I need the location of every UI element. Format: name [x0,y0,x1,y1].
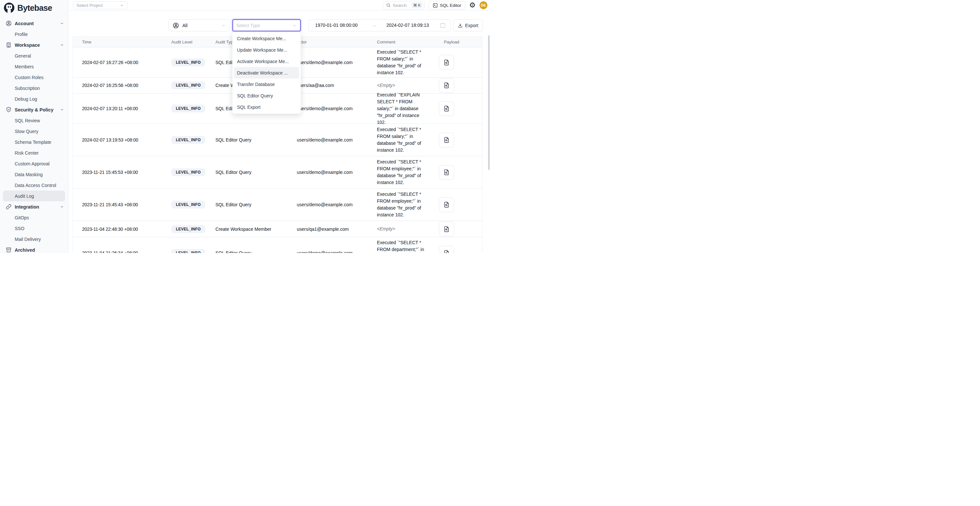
sidebar-item-data-access-control[interactable]: Data Access Control [0,180,68,191]
sidebar-item-custom-roles[interactable]: Custom Roles [0,72,68,83]
sidebar-section-workspace[interactable]: Workspace [0,40,68,50]
bytebase-logo[interactable]: Bytebase [0,0,68,13]
audit-type-select[interactable] [232,19,301,31]
view-payload-button[interactable] [439,55,454,70]
arrow-right-icon: → [372,20,377,31]
sidebar-item-custom-approval[interactable]: Custom Approval [0,158,68,169]
actor-filter-value: All [182,23,218,28]
view-payload-button[interactable] [439,165,454,180]
export-button[interactable]: Export [453,19,483,31]
file-search-icon [443,82,450,89]
user-avatar[interactable]: DE [480,1,487,9]
calendar-icon [440,22,446,29]
cell-time: 2023-11-04 22:48:30 +08:00 [73,226,162,232]
chevron-down-icon [60,21,64,25]
sidebar-item-schema-template[interactable]: Schema Template [0,137,68,147]
actor-filter-select[interactable]: All [169,19,230,31]
sidebar-item-label: Security & Policy [15,107,53,113]
menu-item-update-workspace-member[interactable]: Update Workspace Me... [232,44,301,56]
cell-time: 2024-02-07 13:20:11 +08:00 [73,106,162,111]
sidebar-item-data-masking[interactable]: Data Masking [0,169,68,180]
sql-editor-button[interactable]: SQL Editor [428,1,465,10]
chevron-down-icon [60,43,64,47]
table-row: 2024-02-07 13:19:53 +08:00 LEVEL_INFO SQ… [73,124,482,156]
cell-comment: Executed `"SELECT * FROM department;"` i… [368,239,430,253]
date-range-picker[interactable]: 1970-01-01 08:00:00 → 2024-02-07 18:09:1… [308,19,450,31]
chevron-down-icon [292,23,297,28]
menu-item-sql-export[interactable]: SQL Export [232,101,301,113]
sidebar-item-sso[interactable]: SSO [0,223,68,234]
view-payload-button[interactable] [439,197,454,212]
sidebar-item-risk-center[interactable]: Risk Center [0,147,68,158]
sidebar-item-label: Workspace [15,43,40,48]
cell-audit-type: SQL Editor Query [206,202,288,207]
shield-check-icon [6,107,12,113]
view-payload-button[interactable] [439,133,454,147]
sidebar-nav: Account Profile Workspace General Member… [0,18,68,253]
file-search-icon [443,169,450,175]
audit-type-input[interactable] [236,23,292,28]
cell-time: 2024-02-07 13:19:53 +08:00 [73,137,162,143]
menu-item-activate-workspace-member[interactable]: Activate Workspace Me... [232,56,301,67]
audit-level-badge: LEVEL_INFO [171,249,205,253]
sidebar-item-profile[interactable]: Profile [0,29,68,40]
cell-actor: users/qa1@example.com [288,226,368,232]
cell-comment: Executed `"SELECT * FROM employee;"` in … [368,159,430,186]
audit-level-badge: LEVEL_INFO [171,59,205,66]
sidebar: Bytebase Account Profile Workspace Gener… [0,0,68,253]
sidebar-item-label: Archived [15,247,35,253]
sidebar-item-sql-review[interactable]: SQL Review [0,115,68,126]
sql-editor-label: SQL Editor [440,3,461,8]
download-icon [458,23,463,28]
vertical-scrollbar[interactable] [488,35,490,170]
bytebase-logo-icon [4,3,14,13]
chevron-down-icon [119,3,124,8]
sidebar-item-mail-delivery[interactable]: Mail Delivery [0,234,68,245]
audit-type-dropdown-menu: Create Workspace Me... Update Workspace … [232,32,301,114]
global-search-box[interactable]: ⌘ K [383,1,425,10]
project-select-button[interactable]: Select Project [73,1,127,9]
view-payload-button[interactable] [439,101,454,116]
cell-time: 2023-11-04 21:26:34 +08:00 [73,250,162,253]
menu-item-transfer-database[interactable]: Transfer Database [232,78,301,90]
chevron-down-icon [60,205,64,209]
cell-audit-type: Create Workspace Member [206,226,288,232]
search-input[interactable] [393,3,410,8]
cell-comment: Executed `"SELECT * FROM salary;"` in da… [368,126,430,154]
sidebar-item-label: Integration [15,204,39,210]
sidebar-item-label: Subscription [15,86,40,91]
view-payload-button[interactable] [439,246,454,253]
sidebar-item-general[interactable]: General [0,50,68,61]
menu-item-sql-editor-query[interactable]: SQL Editor Query [232,90,301,101]
sidebar-item-archived[interactable]: Archived [0,245,68,253]
sidebar-item-label: Profile [15,32,28,37]
sidebar-item-label: Account [15,21,34,26]
search-shortcut-badge: ⌘ K [412,2,422,8]
file-search-icon [443,201,450,208]
sidebar-item-subscription[interactable]: Subscription [0,83,68,94]
view-payload-button[interactable] [439,222,454,236]
settings-gear-icon[interactable]: ⚙ [469,2,476,9]
sidebar-section-account[interactable]: Account [0,18,68,29]
sidebar-item-label: Members [15,64,34,69]
sidebar-item-members[interactable]: Members [0,61,68,72]
sidebar-item-slow-query[interactable]: Slow Query [0,126,68,137]
menu-item-deactivate-workspace-member[interactable]: Deactivate Workspace ... [234,67,299,78]
sidebar-item-label: Data Access Control [15,183,56,188]
date-from-value[interactable]: 1970-01-01 08:00:00 [315,20,358,31]
view-payload-button[interactable] [439,78,454,93]
cell-actor: users/demo@example.com [288,202,368,207]
sidebar-section-integration[interactable]: Integration [0,201,68,212]
sidebar-item-audit-log[interactable]: Audit Log [3,191,65,201]
sidebar-item-debug-log[interactable]: Debug Log [0,94,68,104]
col-header-payload: Payload [430,37,482,47]
sidebar-item-gitops[interactable]: GitOps [0,212,68,223]
terminal-icon [433,3,438,8]
user-circle-icon [6,20,12,27]
project-select-label: Select Project [76,3,103,8]
date-to-value[interactable]: 2024-02-07 18:09:13 [387,20,429,31]
sidebar-section-security-policy[interactable]: Security & Policy [0,104,68,115]
menu-item-create-workspace-member[interactable]: Create Workspace Me... [232,33,301,44]
brand-name: Bytebase [18,3,52,13]
audit-level-badge: LEVEL_INFO [171,81,205,89]
